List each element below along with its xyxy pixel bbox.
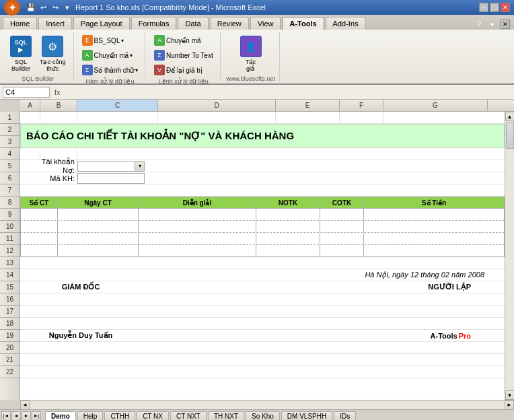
row-header-18[interactable]: 18 [0,318,20,330]
row-header-13[interactable]: 13 [0,257,20,269]
col-header-b[interactable]: B [40,100,77,111]
row-header-14[interactable]: 14 [0,269,20,281]
row-header-4[interactable]: 4 [0,148,20,160]
sheet-nav-next[interactable]: ► [22,411,31,421]
sheet-tab-help[interactable]: Help [77,411,104,421]
scroll-down-button[interactable]: ▼ [505,390,515,400]
row-header-3[interactable]: 3 [0,136,20,148]
restore-button[interactable]: □ [490,3,499,12]
undo-button[interactable]: ↩ [38,2,48,13]
data-cell-10-5[interactable] [320,233,364,244]
sheet-tab-so-kho[interactable]: So Kho [246,411,280,421]
tao-cong-thuc-button[interactable]: ⚙ Tạo côngthức [36,34,69,74]
data-cell-8-3[interactable] [139,209,256,220]
data-cell-8-1[interactable] [21,209,58,220]
row-header-19[interactable]: 19 [0,330,20,342]
tab-page-layout[interactable]: Page Layout [73,17,130,30]
cell-f1[interactable] [340,112,383,123]
data-cell-11-5[interactable] [320,245,364,256]
close-button[interactable]: ✕ [501,3,510,12]
data-cell-11-1[interactable] [21,245,58,256]
data-cell-9-5[interactable] [320,221,364,232]
formula-input[interactable] [65,88,511,96]
row-header-1[interactable]: 1 [0,112,20,124]
tab-insert[interactable]: Insert [38,17,72,30]
data-cell-9-4[interactable] [256,221,320,232]
ribbon-minimize-button[interactable]: ▾ [487,19,498,30]
row-header-22[interactable]: 22 [0,366,20,378]
de-lai-gia-tri-button[interactable]: V Để lại giá trị [151,63,205,77]
tab-view[interactable]: View [250,17,281,30]
data-cell-8-2[interactable] [58,209,139,220]
sheet-tab-demo[interactable]: Demo [45,411,76,421]
cell-e1[interactable] [276,112,340,123]
data-cell-9-3[interactable] [139,221,256,232]
data-cell-10-6[interactable] [364,233,504,244]
tab-formulas[interactable]: Formulas [131,17,177,30]
sheet-tab-ids[interactable]: IDs [334,411,356,421]
row-header-6[interactable]: 6 [0,172,20,184]
data-cell-8-4[interactable] [256,209,320,220]
data-cell-10-1[interactable] [21,233,58,244]
row-header-15[interactable]: 15 [0,281,20,293]
save-button[interactable]: 💾 [26,2,36,13]
sheet-tab-cthh[interactable]: CTHH [104,411,135,421]
col-header-f[interactable]: F [340,100,383,111]
data-cell-8-5[interactable] [320,209,364,220]
row-header-7[interactable]: 7 [0,184,20,197]
cell-a3[interactable] [20,148,40,160]
cell-c1[interactable] [77,112,158,123]
sheet-tab-dm-vlsphh[interactable]: DM VLSPHH [281,411,332,421]
sheet-nav-last[interactable]: ►| [32,411,41,421]
scroll-thumb[interactable] [506,122,514,149]
tab-atools[interactable]: A-Tools [282,17,324,30]
scroll-right-button[interactable]: ► [505,400,514,410]
data-cell-11-2[interactable] [58,245,139,256]
row-header-16[interactable]: 16 [0,293,20,306]
tai-khoan-no-dropdown[interactable]: ▾ [135,162,144,171]
row-header-12[interactable]: 12 [0,245,20,257]
vertical-scrollbar[interactable]: ▲ ▼ [505,112,514,400]
data-cell-11-6[interactable] [364,245,504,256]
name-box[interactable] [3,87,50,98]
so-thanh-chu-button[interactable]: Σ Số thành chữ ▾ [79,63,141,77]
data-cell-11-4[interactable] [256,245,320,256]
dropdown-button[interactable]: ▾ [62,2,73,13]
data-cell-8-6[interactable] [364,209,504,220]
redo-button[interactable]: ↪ [50,2,61,13]
row-header-10[interactable]: 10 [0,221,20,233]
row-header-20[interactable]: 20 [0,342,20,354]
tab-home[interactable]: Home [3,17,37,30]
minimize-button[interactable]: ─ [479,3,488,12]
scroll-left-button[interactable]: ◄ [20,400,30,410]
help-button[interactable]: ? [474,19,484,30]
bs-sql-button[interactable]: Σ BS_SQL ▾ [79,34,127,47]
tac-gia-button[interactable]: 👤 Tácgiả [237,34,265,74]
col-header-a[interactable]: A [20,100,40,111]
col-header-d[interactable]: D [158,100,276,111]
row-header-2[interactable]: 2 [0,124,20,136]
cell-g1[interactable] [383,112,488,123]
horizontal-scrollbar[interactable]: ◄ ► [20,400,514,409]
row-header-9[interactable]: 9 [0,209,20,221]
sheet-nav-first[interactable]: |◄ [1,411,11,421]
fx-button[interactable]: fx [52,88,63,96]
sheet-tab-ct-nxt[interactable]: CT NXT [170,411,207,421]
scroll-up-button[interactable]: ▲ [505,112,515,121]
tab-review[interactable]: Review [210,17,249,30]
data-cell-10-3[interactable] [139,233,256,244]
row-header-21[interactable]: 21 [0,354,20,366]
tab-addins[interactable]: Add-Ins [326,17,366,30]
tai-khoan-no-input[interactable]: ▾ [77,161,145,172]
chuyen-ma-1-button[interactable]: A Chuyển mã ▾ [79,48,136,62]
sheet-tab-ct-nx[interactable]: CT NX [137,411,169,421]
cell-b1[interactable] [40,112,77,123]
scroll-track[interactable] [505,121,514,390]
data-cell-9-6[interactable] [364,221,504,232]
data-cell-10-4[interactable] [256,233,320,244]
h-scroll-track[interactable] [30,400,505,409]
tab-data[interactable]: Data [178,17,208,30]
col-header-g[interactable]: G [383,100,488,111]
sql-builder-button[interactable]: SQL▶ SQLBuilder [7,34,35,74]
cell-d1[interactable] [158,112,276,123]
